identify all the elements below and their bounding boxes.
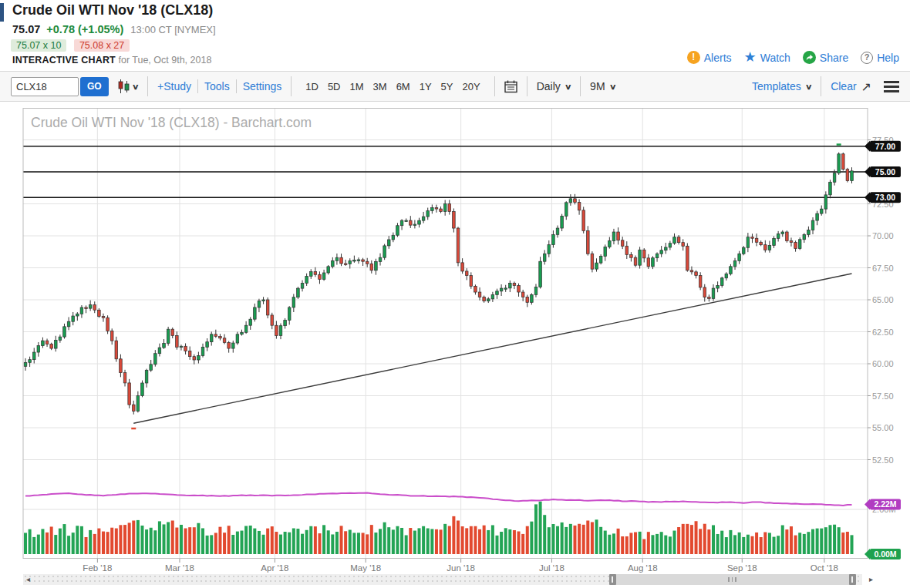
range-3m[interactable]: 3M — [373, 81, 387, 92]
frequency-value: Daily — [537, 80, 561, 92]
chart-area: Crude Oil WTI Nov '18 (CLX18) - Barchart… — [0, 108, 910, 588]
menu-icon[interactable] — [884, 79, 899, 95]
interactive-chart-label: INTERACTIVE CHART — [12, 55, 116, 66]
svg-text:May '18: May '18 — [350, 563, 381, 573]
toolbar-separator — [580, 76, 581, 96]
range-1m[interactable]: 1M — [350, 81, 364, 92]
share-label: Share — [820, 52, 848, 64]
bid-quote: 75.07 x 10 — [11, 39, 66, 52]
interactive-chart-caption: INTERACTIVE CHART for Tue, Oct 9th, 2018 — [12, 55, 211, 66]
scrollbar-right-handle[interactable] — [849, 574, 856, 585]
quote-time: 13:00 CT [NYMEX] — [130, 24, 215, 35]
clear-button[interactable]: Clear — [831, 80, 856, 92]
svg-text:60.00: 60.00 — [872, 359, 894, 368]
svg-text:0.00M: 0.00M — [874, 549, 896, 559]
share-button[interactable]: Share — [803, 51, 848, 64]
chevron-down-icon: ∨ — [608, 82, 616, 91]
svg-text:67.50: 67.50 — [872, 264, 894, 273]
scrollbar-thumb[interactable] — [609, 574, 856, 585]
help-label: Help — [877, 52, 899, 64]
chart-grid — [23, 108, 868, 559]
toolbar-right-group: Templates ∨ Clear ↗ — [752, 76, 899, 96]
chart-horizontal-scrollbar[interactable]: ◂ ▸ — [23, 574, 862, 585]
svg-text:55.00: 55.00 — [872, 423, 894, 432]
scroll-left-arrow[interactable]: ◂ — [26, 574, 30, 585]
svg-text:70.00: 70.00 — [872, 231, 894, 240]
svg-text:Jul '18: Jul '18 — [539, 563, 565, 573]
help-icon: ? — [861, 52, 873, 64]
toolbar-separator — [147, 76, 148, 96]
chart-type-dropdown[interactable]: ∨ — [118, 79, 138, 93]
svg-text:65.00: 65.00 — [872, 295, 894, 304]
candlestick-type-icon — [118, 79, 130, 93]
svg-text:73.00: 73.00 — [875, 193, 895, 202]
chevron-down-icon: ∨ — [565, 82, 572, 91]
range-6m[interactable]: 6M — [396, 81, 410, 92]
help-button[interactable]: ? Help — [861, 52, 899, 64]
scrollbar-left-handle[interactable] — [609, 574, 616, 585]
settings-link[interactable]: Settings — [243, 80, 282, 92]
span-value: 9M — [590, 80, 605, 92]
svg-text:57.50: 57.50 — [872, 391, 894, 401]
add-study-link[interactable]: +Study — [157, 80, 191, 92]
alerts-icon: ! — [687, 51, 700, 64]
svg-text:Mar '18: Mar '18 — [165, 563, 194, 573]
title-accent-bar — [0, 3, 4, 22]
svg-text:Jun '18: Jun '18 — [447, 563, 475, 573]
calendar-icon — [504, 80, 517, 93]
watch-button[interactable]: ★ Watch — [744, 51, 790, 64]
svg-text:77.00: 77.00 — [875, 142, 895, 151]
range-5d[interactable]: 5D — [328, 81, 341, 92]
price-change: +0.78 (+1.05%) — [46, 23, 123, 35]
span-dropdown[interactable]: 9M ∨ — [590, 80, 615, 92]
alerts-label: Alerts — [704, 52, 732, 64]
toolbar-separator — [821, 76, 821, 96]
range-1d[interactable]: 1D — [305, 81, 318, 92]
share-icon — [803, 51, 816, 64]
calendar-button[interactable] — [504, 80, 517, 93]
svg-text:Apr '18: Apr '18 — [261, 563, 288, 573]
expand-chart-icon[interactable]: ↗ — [861, 79, 871, 94]
tools-link[interactable]: Tools — [204, 80, 230, 92]
quote-price-row: 75.07 +0.78 (+1.05%) 13:00 CT [NYMEX] — [12, 23, 216, 35]
chart-markers — [131, 143, 841, 429]
templates-dropdown[interactable]: Templates ∨ — [752, 80, 811, 92]
toolbar-separator — [291, 76, 292, 96]
svg-text:Feb '18: Feb '18 — [83, 563, 112, 573]
toolbar-separator — [494, 76, 495, 96]
bid-ask-row: 75.07 x 10 75.08 x 27 — [11, 39, 130, 52]
range-20y[interactable]: 20Y — [463, 81, 480, 92]
header-action-links: ! Alerts ★ Watch Share ? Help — [687, 51, 899, 64]
watch-label: Watch — [760, 52, 790, 64]
overlay-volume-line — [25, 493, 852, 506]
range-1y[interactable]: 1Y — [420, 81, 432, 92]
chart-toolbar: GO ∨ +Study Tools Settings 1D 5D 1M 3M 6… — [0, 71, 910, 102]
horizontal-price-lines — [23, 146, 868, 197]
scroll-right-arrow[interactable]: ▸ — [869, 574, 873, 585]
svg-text:75.00: 75.00 — [875, 167, 895, 176]
frequency-dropdown[interactable]: Daily ∨ — [537, 80, 571, 92]
svg-text:52.50: 52.50 — [872, 455, 894, 465]
svg-text:Sep '18: Sep '18 — [727, 563, 757, 573]
svg-text:Oct '18: Oct '18 — [811, 563, 838, 573]
x-axis: Feb '18Mar '18Apr '18May '18Jun '18Jul '… — [83, 559, 838, 573]
chart-watermark: Crude Oil WTI Nov '18 (CLX18) - Barchart… — [31, 115, 312, 130]
go-button[interactable]: GO — [80, 77, 109, 96]
watch-star-icon: ★ — [744, 51, 757, 64]
templates-label: Templates — [752, 80, 801, 92]
interactive-chart-date: for Tue, Oct 9th, 2018 — [118, 55, 211, 66]
page-title: Crude Oil WTI Nov '18 (CLX18) — [12, 2, 213, 18]
range-5y[interactable]: 5Y — [441, 81, 453, 92]
barchart-interactive-chart-page: Crude Oil WTI Nov '18 (CLX18) 75.07 +0.7… — [0, 0, 910, 588]
ask-quote: 75.08 x 27 — [74, 39, 130, 52]
svg-text:Aug '18: Aug '18 — [628, 563, 658, 573]
chevron-down-icon: ∨ — [132, 82, 140, 91]
chart-canvas[interactable]: Crude Oil WTI Nov '18 (CLX18) - Barchart… — [0, 108, 910, 573]
chart-border — [23, 109, 868, 559]
svg-text:62.50: 62.50 — [872, 328, 894, 337]
symbol-input[interactable] — [11, 77, 79, 96]
last-price: 75.07 — [12, 23, 40, 35]
candlestick-series[interactable] — [24, 153, 853, 415]
svg-text:2.22M: 2.22M — [874, 499, 896, 509]
alerts-button[interactable]: ! Alerts — [687, 51, 732, 64]
